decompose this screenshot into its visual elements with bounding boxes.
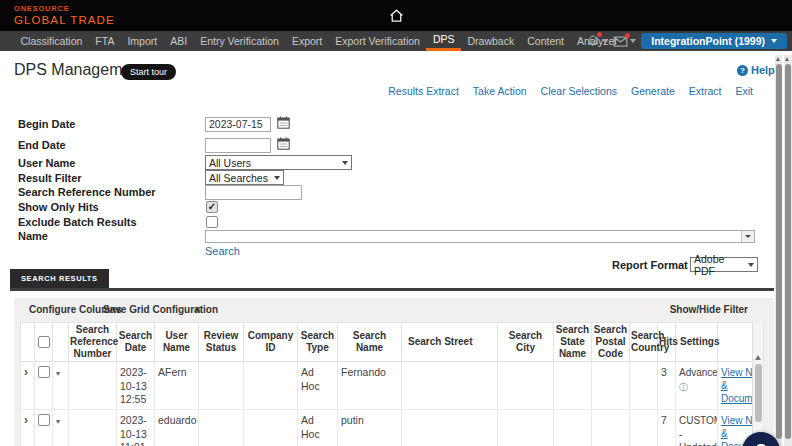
- outer-scrollbar[interactable]: [775, 55, 782, 446]
- clear-selections-link[interactable]: Clear Selections: [541, 85, 617, 97]
- exclude-batch-results-checkbox[interactable]: [206, 216, 218, 228]
- end-date-input[interactable]: [205, 138, 271, 153]
- search-reference-number-row: Search Reference Number: [0, 184, 770, 200]
- header-review-status[interactable]: Review Status: [199, 323, 244, 362]
- header-search-country[interactable]: Search Country: [630, 323, 658, 362]
- cell-review-status: [199, 362, 244, 410]
- name-combobox-input[interactable]: [205, 230, 755, 243]
- home-icon[interactable]: [388, 7, 405, 28]
- row-menu-icon[interactable]: ▾: [56, 369, 60, 378]
- end-date-label: End Date: [18, 139, 66, 151]
- header-search-street[interactable]: Search Street: [402, 323, 498, 362]
- header-search-date[interactable]: Search Date: [117, 323, 155, 362]
- begin-date-input[interactable]: [205, 117, 271, 132]
- nav-item-classification[interactable]: Classification: [14, 31, 89, 51]
- outer-scrollbar-thumb[interactable]: [776, 64, 782, 439]
- start-tour-button[interactable]: Start tour: [121, 64, 176, 80]
- nav-item-import[interactable]: Import: [121, 31, 164, 51]
- calendar-icon[interactable]: [277, 136, 290, 154]
- grid-scrollbar-thumb[interactable]: [755, 364, 762, 422]
- cell-settings: Advanced ⓘ: [676, 362, 718, 410]
- cell-settings: CUSTOME - Updated Engine ⓘ: [676, 409, 718, 446]
- take-action-link[interactable]: Take Action: [473, 85, 527, 97]
- exit-link[interactable]: Exit: [735, 85, 753, 97]
- report-format-row: Report Format Adobe PDF: [0, 257, 770, 272]
- info-icon[interactable]: ⓘ: [679, 382, 688, 392]
- scroll-up-icon[interactable]: [755, 355, 761, 360]
- report-format-select[interactable]: Adobe PDF: [690, 257, 758, 272]
- header-search-postal-code[interactable]: Search Postal Code: [592, 323, 630, 362]
- header-search-city[interactable]: Search City: [498, 323, 554, 362]
- table-row: › ▾ 2023-10-13 12:55 AFern Ad Hoc Fernan…: [21, 362, 764, 410]
- begin-date-row: Begin Date: [0, 116, 770, 132]
- header-hits[interactable]: Hits: [658, 323, 676, 362]
- end-date-row: End Date: [0, 137, 770, 153]
- calendar-icon[interactable]: [277, 115, 290, 133]
- account-menu-button[interactable]: IntegrationPoint (1999): [641, 33, 787, 49]
- row-menu-icon[interactable]: ▾: [56, 417, 60, 426]
- caret-down-icon: [342, 161, 348, 165]
- caret-down-icon: [745, 235, 751, 238]
- row-checkbox[interactable]: [38, 366, 50, 378]
- user-name-select[interactable]: All Users: [205, 155, 352, 170]
- cell-company-id: [244, 362, 298, 410]
- header-search-name[interactable]: Search Name: [338, 323, 402, 362]
- select-all-checkbox[interactable]: [38, 336, 50, 348]
- cell-search-postal-code: [592, 409, 630, 446]
- grid-scrollbar[interactable]: [752, 322, 763, 446]
- nav-item-drawback[interactable]: Drawback: [461, 31, 521, 51]
- scroll-up-icon[interactable]: [785, 57, 789, 61]
- show-only-hits-checkbox[interactable]: ✓: [206, 201, 218, 213]
- inner-scrollbar[interactable]: [784, 55, 792, 446]
- result-filter-select[interactable]: All Searches: [205, 170, 284, 185]
- header-expand: [21, 323, 35, 362]
- row-checkbox[interactable]: [38, 414, 50, 426]
- nav-item-export-verification[interactable]: Export Verification: [329, 31, 427, 51]
- scroll-up-icon[interactable]: [776, 57, 780, 61]
- header-search-type[interactable]: Search Type: [298, 323, 338, 362]
- nav-item-abi[interactable]: ABI: [164, 31, 194, 51]
- result-filter-label: Result Filter: [18, 172, 82, 184]
- messages-control[interactable]: [613, 35, 636, 48]
- header-search-reference-number[interactable]: Search Reference Number: [69, 323, 117, 362]
- results-extract-link[interactable]: Results Extract: [388, 85, 459, 97]
- nav-item-export[interactable]: Export: [285, 31, 328, 51]
- header-search-state-name[interactable]: Search State Name: [554, 323, 592, 362]
- tab-search-results[interactable]: SEARCH RESULTS: [10, 269, 109, 288]
- inner-scrollbar-thumb[interactable]: [785, 64, 791, 439]
- cell-company-id: [244, 409, 298, 446]
- name-combobox-button[interactable]: [741, 231, 754, 242]
- search-reference-number-label: Search Reference Number: [18, 186, 156, 198]
- results-panel: Configure Columns Save Grid Configuratio…: [14, 298, 774, 446]
- cell-search-street: [402, 409, 498, 446]
- generate-link[interactable]: Generate: [631, 85, 675, 97]
- cell-search-street: [402, 362, 498, 410]
- caret-down-icon: [602, 39, 608, 43]
- cell-search-date: 2023-10-13 12:55: [117, 362, 155, 410]
- header-menu: [53, 323, 69, 362]
- row-expand-icon[interactable]: ›: [24, 365, 28, 379]
- cell-search-reference-number: [69, 362, 117, 410]
- header-company-id[interactable]: Company ID: [244, 323, 298, 362]
- nav-item-fta[interactable]: FTA: [89, 31, 121, 51]
- nav-item-entry-verification[interactable]: Entry Verification: [194, 31, 286, 51]
- notifications-control[interactable]: [586, 34, 608, 48]
- search-reference-number-input[interactable]: [205, 185, 302, 200]
- extract-link[interactable]: Extract: [689, 85, 722, 97]
- action-links: Results Extract Take Action Clear Select…: [388, 85, 753, 97]
- show-hide-filter-button[interactable]: Show/Hide Filter: [670, 304, 748, 315]
- nav-right-controls: IntegrationPoint (1999): [586, 31, 787, 51]
- cell-search-city: [498, 362, 554, 410]
- brand-line2: GLOBAL TRADE: [14, 15, 115, 27]
- search-row: Search: [0, 244, 770, 257]
- brand-logo[interactable]: ONESOURCE GLOBAL TRADE: [14, 5, 115, 26]
- search-link[interactable]: Search: [205, 245, 240, 257]
- nav-item-content[interactable]: Content: [521, 31, 571, 51]
- close-icon[interactable]: ×: [195, 304, 201, 315]
- caret-down-icon: [748, 263, 754, 267]
- nav-item-dps[interactable]: DPS: [426, 31, 461, 51]
- header-user-name[interactable]: User Name: [155, 323, 199, 362]
- header-settings[interactable]: Settings: [676, 323, 718, 362]
- help-link[interactable]: ? Help: [737, 64, 775, 76]
- row-expand-icon[interactable]: ›: [24, 413, 28, 427]
